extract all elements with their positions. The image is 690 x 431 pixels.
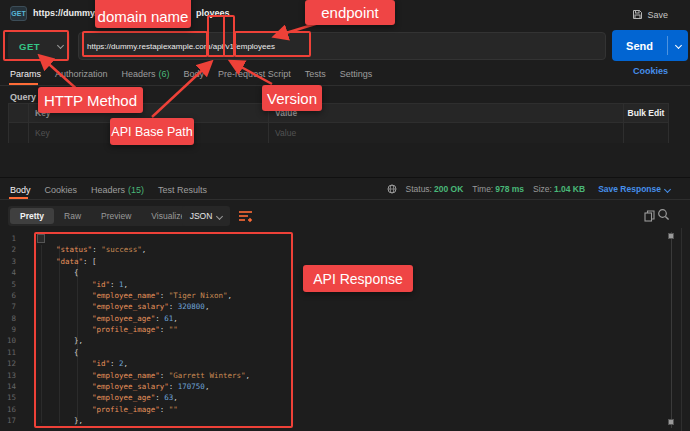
time-field: Time:978 ms <box>472 184 524 194</box>
value-column-header: Value <box>275 108 297 118</box>
tab-headers[interactable]: Headers(6) <box>122 69 170 79</box>
chevron-down-icon <box>57 42 64 49</box>
value-input[interactable]: Value <box>269 123 624 143</box>
code-line: { <box>38 267 250 278</box>
code-line: "employee_age": 61, <box>38 313 250 324</box>
request-url-input[interactable]: https://dummy.restapiexample.com/api/v1/… <box>78 32 606 60</box>
chevron-down-icon <box>216 212 223 219</box>
send-options-caret[interactable] <box>668 43 688 48</box>
tabs-divider <box>0 85 690 86</box>
line-number: 12 <box>0 358 16 369</box>
response-tab-body[interactable]: Body <box>10 185 31 195</box>
line-number: 13 <box>0 370 16 381</box>
code-line: { <box>38 233 250 244</box>
annotation-label-api-response: API Response <box>303 265 413 292</box>
line-numbers: 1234567891011121314151617 <box>0 233 16 426</box>
line-number: 6 <box>0 290 16 301</box>
url-endpoint-segment: employees <box>236 42 275 51</box>
chevron-down-icon <box>674 42 681 49</box>
query-params-empty-row: Key Value <box>9 123 668 143</box>
save-button-label: Save <box>647 10 668 20</box>
url-domain-segment: https://dummy.restapiexample.com <box>87 42 210 51</box>
response-tabs-divider <box>0 199 690 200</box>
line-number: 2 <box>0 244 16 255</box>
view-tab-pretty[interactable]: Pretty <box>10 208 54 224</box>
status-value: 200 OK <box>434 184 463 194</box>
code-line: "status": "success", <box>38 244 250 255</box>
response-tab-cookies[interactable]: Cookies <box>45 185 78 195</box>
view-tab-preview[interactable]: Preview <box>91 208 141 224</box>
url-base-path-segment: /api <box>210 42 223 51</box>
response-tab-test-results[interactable]: Test Results <box>158 185 207 195</box>
size-value: 1.04 KB <box>554 184 585 194</box>
response-view-switcher: Pretty Raw Preview Visualize <box>8 206 197 226</box>
code-line: { <box>38 347 250 358</box>
response-meta-bar: Status:200 OK Time:978 ms Size:1.04 KB S… <box>387 182 670 196</box>
wrap-lines-icon[interactable] <box>237 209 254 223</box>
code-line: "employee_age": 63, <box>38 392 250 403</box>
scrollbar-bottom-handle[interactable] <box>668 419 674 425</box>
line-number: 16 <box>0 404 16 415</box>
key-column-header: Key <box>35 108 51 118</box>
query-params-title: Query Params <box>10 92 71 102</box>
code-line: "employee_name": "Garrett Winters", <box>38 370 250 381</box>
postman-app: { "topbar": { "tab_title_left": "https:/… <box>0 0 690 431</box>
floppy-disk-icon <box>632 9 643 20</box>
section-divider <box>0 177 690 178</box>
bulk-edit-button[interactable]: Bulk Edit <box>628 108 665 118</box>
status-field: Status:200 OK <box>406 184 464 194</box>
headers-count-badge: (6) <box>159 69 170 79</box>
line-number: 10 <box>0 335 16 346</box>
response-tab-headers[interactable]: Headers(15) <box>91 185 144 195</box>
format-dropdown[interactable]: JSON <box>182 206 230 226</box>
send-button-label: Send <box>612 40 667 52</box>
http-method-dropdown[interactable]: GET <box>8 32 70 60</box>
url-version-segment: /v1/ <box>223 42 236 51</box>
pane-edge-divider <box>681 228 682 431</box>
tab-tests[interactable]: Tests <box>305 69 326 79</box>
http-request-icon: GET <box>10 6 27 21</box>
time-value: 978 ms <box>495 184 524 194</box>
request-tab-title-left[interactable]: https://dummy.re <box>33 8 105 18</box>
request-tab-title-right[interactable]: ployees <box>196 8 230 18</box>
save-response-button[interactable]: Save Response <box>598 184 670 194</box>
tab-authorization[interactable]: Authorization <box>55 69 108 79</box>
code-lines[interactable]: {"status": "success","data": [{"id": 1,"… <box>38 233 250 426</box>
network-globe-icon <box>387 184 397 194</box>
search-icon[interactable] <box>657 208 670 221</box>
code-line: "profile_image": "" <box>38 404 250 415</box>
line-number: 3 <box>0 256 16 267</box>
code-line: "id": 1, <box>38 279 250 290</box>
line-number: 15 <box>0 392 16 403</box>
chevron-down-icon <box>664 185 671 192</box>
format-value: JSON <box>190 211 213 221</box>
query-params-header-row: Key Value Bulk Edit <box>9 104 668 123</box>
response-scrollbar[interactable] <box>671 232 672 428</box>
line-number: 4 <box>0 267 16 278</box>
request-tabs: Params Authorization Headers(6) Body Pre… <box>10 62 372 85</box>
view-tab-raw[interactable]: Raw <box>54 208 91 224</box>
code-line: "id": 2, <box>38 358 250 369</box>
key-input[interactable]: Key <box>29 123 269 143</box>
size-field: Size:1.04 KB <box>533 184 585 194</box>
response-tabs: Body Cookies Headers(15) Test Results <box>10 181 207 199</box>
row-select-column <box>9 104 29 122</box>
send-button[interactable]: Send <box>612 30 688 61</box>
query-params-table: Key Value Bulk Edit Key Value <box>8 103 669 143</box>
scrollbar-top-handle[interactable] <box>668 233 674 239</box>
code-line: "employee_salary": 170750, <box>38 381 250 392</box>
tab-params[interactable]: Params <box>10 69 41 79</box>
tab-settings[interactable]: Settings <box>340 69 373 79</box>
line-number: 17 <box>0 415 16 426</box>
line-number: 1 <box>0 233 16 244</box>
tab-body[interactable]: Body <box>184 69 205 79</box>
cookies-link[interactable]: Cookies <box>633 66 668 76</box>
row-select-column <box>9 123 29 143</box>
copy-icon[interactable] <box>644 210 655 222</box>
tab-pre-request-script[interactable]: Pre-request Script <box>218 69 291 79</box>
line-number: 7 <box>0 301 16 312</box>
http-method-value: GET <box>19 41 40 52</box>
fold-indicator-icon[interactable] <box>37 234 45 243</box>
code-line: "data": [ <box>38 256 250 267</box>
save-button[interactable]: Save <box>632 7 668 22</box>
